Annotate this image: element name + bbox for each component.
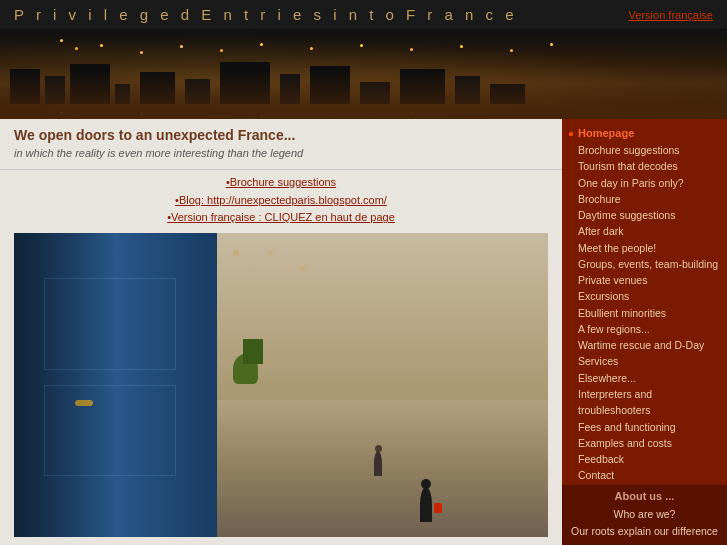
hero-lights	[60, 39, 63, 42]
sidebar-nav-item[interactable]: Wartime rescue and D-Day	[568, 337, 721, 353]
sidebar-nav-header: ● Homepage	[568, 127, 721, 139]
brochure-suggestions-link[interactable]: •Brochure suggestions	[14, 174, 548, 192]
sidebar-nav-item[interactable]: Elsewhere...	[568, 370, 721, 386]
sidebar-nav-item[interactable]: Tourism that decodes	[568, 158, 721, 174]
about-item[interactable]: Who are we?	[570, 506, 719, 523]
sidebar-nav-item[interactable]: Private venues	[568, 272, 721, 288]
main-photo	[14, 233, 548, 537]
links-area: •Brochure suggestions •Blog: http://unex…	[0, 170, 562, 233]
door-left	[14, 233, 217, 537]
sidebar-nav-item[interactable]: Feedback	[568, 451, 721, 467]
ground	[217, 400, 548, 537]
street-scene	[217, 233, 548, 537]
sidebar-nav-item[interactable]: Ebullient minorities	[568, 305, 721, 321]
sidebar-nav-item[interactable]: Services	[568, 353, 721, 369]
sidebar-nav-item[interactable]: Examples and costs	[568, 435, 721, 451]
version-francaise-link[interactable]: Version française	[629, 9, 713, 21]
walking-figure	[420, 487, 432, 522]
sidebar-nav-item[interactable]: Meet the people!	[568, 240, 721, 256]
sidebar-about-section: About us ... Who are we?Our roots explai…	[562, 485, 727, 545]
sidebar-nav-item[interactable]: Brochure suggestions	[568, 142, 721, 158]
sub-headline: in which the reality is even more intere…	[14, 147, 548, 159]
sidebar-nav-item[interactable]: Excursions	[568, 288, 721, 304]
about-header: About us ...	[570, 490, 719, 502]
sidebar-nav-item[interactable]: Fees and functioning	[568, 419, 721, 435]
hero-gradient-bottom	[0, 69, 727, 119]
nav-items-list: Brochure suggestionsTourism that decodes…	[568, 142, 721, 484]
main-area: We open doors to an unexpected France...…	[0, 119, 727, 545]
about-item[interactable]: Our roots explain our difference	[570, 523, 719, 540]
sidebar-nav-item[interactable]: Contact	[568, 467, 721, 483]
sidebar-nav-item[interactable]: Groups, events, team-building	[568, 256, 721, 272]
sidebar: ● Homepage Brochure suggestionsTourism t…	[562, 119, 727, 545]
sidebar-nav-item[interactable]: Daytime suggestions	[568, 207, 721, 223]
hero-image	[0, 29, 727, 119]
site-title: P r i v i l e g e d E n t r i e s i n t …	[14, 6, 518, 23]
buildings	[217, 233, 548, 400]
blog-link[interactable]: •Blog: http://unexpectedparis.blogspot.c…	[14, 192, 548, 210]
content-header: We open doors to an unexpected France...…	[0, 119, 562, 170]
nav-bullet-icon: ●	[568, 128, 574, 139]
version-francaise-bottom-link[interactable]: •Version française : CLIQUEZ en haut de …	[14, 209, 548, 227]
header: P r i v i l e g e d E n t r i e s i n t …	[0, 0, 727, 29]
sidebar-nav: ● Homepage Brochure suggestionsTourism t…	[562, 119, 727, 485]
content-area: We open doors to an unexpected France...…	[0, 119, 562, 545]
sidebar-nav-item[interactable]: After dark	[568, 223, 721, 239]
sidebar-nav-item[interactable]: Brochure	[568, 191, 721, 207]
sidebar-nav-item[interactable]: Interpreters and troubleshooters	[568, 386, 721, 419]
sidebar-nav-item[interactable]: A few regions...	[568, 321, 721, 337]
red-bag	[434, 503, 442, 513]
main-headline: We open doors to an unexpected France...	[14, 127, 548, 143]
page-wrapper: P r i v i l e g e d E n t r i e s i n t …	[0, 0, 727, 545]
about-items-list: Who are we?Our roots explain our differe…	[570, 506, 719, 540]
sidebar-nav-item[interactable]: One day in Paris only?	[568, 175, 721, 191]
